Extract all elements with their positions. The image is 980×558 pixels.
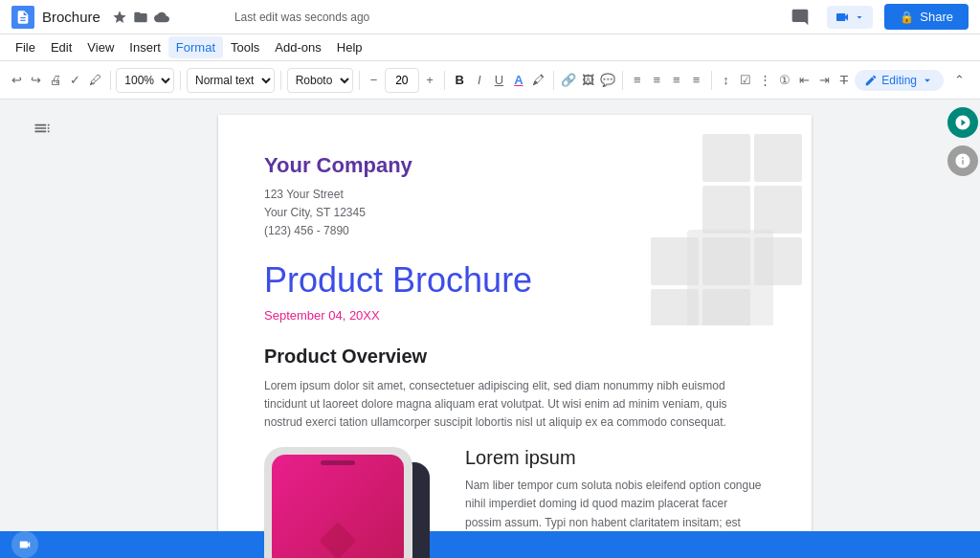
lorem-title: Lorem ipsum bbox=[465, 447, 766, 469]
last-edit-text: Last edit was seconds ago bbox=[234, 11, 369, 24]
decrease-font-button[interactable]: − bbox=[365, 67, 383, 94]
comment-button[interactable] bbox=[785, 2, 815, 33]
style-select[interactable]: Normal text bbox=[187, 68, 275, 93]
line-spacing-button[interactable]: ↕ bbox=[717, 67, 735, 94]
right-panel bbox=[946, 100, 980, 558]
font-size-input[interactable] bbox=[385, 68, 419, 93]
sidebar-outline-icon[interactable] bbox=[25, 111, 59, 145]
numbered-list-button[interactable]: ① bbox=[776, 67, 794, 94]
sidebar bbox=[0, 100, 84, 558]
bullet-list-button[interactable]: ⋮ bbox=[756, 67, 774, 94]
menu-edit[interactable]: Edit bbox=[43, 36, 79, 58]
bottom-bar bbox=[0, 531, 980, 558]
link-button[interactable]: 🔗 bbox=[559, 67, 577, 94]
folder-icon[interactable] bbox=[133, 10, 148, 25]
justify-button[interactable]: ≡ bbox=[687, 67, 705, 94]
align-left-button[interactable]: ≡ bbox=[629, 67, 647, 94]
menu-tools[interactable]: Tools bbox=[223, 36, 267, 58]
redo-button[interactable]: ↪ bbox=[28, 67, 46, 94]
lock-icon: 🔒 bbox=[900, 11, 914, 24]
share-button[interactable]: 🔒 Share bbox=[884, 4, 969, 30]
cloud-icon[interactable] bbox=[154, 10, 169, 25]
menu-format[interactable]: Format bbox=[168, 36, 223, 58]
highlight-button[interactable]: 🖍 bbox=[529, 67, 547, 94]
menu-insert[interactable]: Insert bbox=[122, 36, 168, 58]
editing-label: Editing bbox=[881, 74, 917, 87]
zoom-select[interactable]: 100% bbox=[116, 68, 174, 93]
indent-decrease-button[interactable]: ⇤ bbox=[795, 67, 813, 94]
section1-title: Product Overview bbox=[264, 346, 766, 368]
comment-inline-button[interactable]: 💬 bbox=[598, 67, 616, 94]
spellcheck-button[interactable]: ✓ bbox=[67, 67, 85, 94]
star-icon[interactable] bbox=[112, 10, 127, 25]
sep2 bbox=[180, 71, 181, 90]
title-bar: Brochure Last edit was seconds ago 🔒 Sha… bbox=[0, 0, 980, 34]
print-button[interactable]: 🖨 bbox=[47, 67, 65, 94]
color-button[interactable]: A bbox=[510, 67, 528, 94]
align-center-button[interactable]: ≡ bbox=[648, 67, 666, 94]
sep5 bbox=[444, 71, 445, 90]
title-actions bbox=[112, 10, 169, 25]
sep6 bbox=[553, 71, 554, 90]
sep7 bbox=[622, 71, 623, 90]
menu-view[interactable]: View bbox=[79, 36, 122, 58]
font-select[interactable]: Roboto bbox=[287, 68, 353, 93]
toolbar: ↩ ↪ 🖨 ✓ 🖊 100% Normal text Roboto − + B … bbox=[0, 61, 980, 100]
menu-addons[interactable]: Add-ons bbox=[267, 36, 328, 58]
explore-button[interactable] bbox=[947, 107, 978, 138]
main-layout: Your Company 123 Your Street Your City, … bbox=[0, 100, 980, 558]
video-call-button[interactable] bbox=[11, 531, 38, 558]
indent-increase-button[interactable]: ⇥ bbox=[815, 67, 834, 94]
bold-button[interactable]: B bbox=[451, 67, 469, 94]
phone-mockup bbox=[264, 447, 446, 558]
bg-shapes bbox=[639, 115, 812, 325]
meet-button[interactable] bbox=[827, 6, 873, 29]
increase-font-button[interactable]: + bbox=[421, 67, 439, 94]
menu-help[interactable]: Help bbox=[329, 36, 370, 58]
collapse-toolbar-button[interactable]: ⌃ bbox=[946, 67, 972, 94]
image-button[interactable]: 🖼 bbox=[579, 67, 597, 94]
section1-body: Lorem ipsum dolor sit amet, consectetuer… bbox=[264, 377, 766, 433]
assistant-button[interactable] bbox=[947, 145, 978, 176]
checklist-button[interactable]: ☑ bbox=[737, 67, 755, 94]
menu-bar: File Edit View Insert Format Tools Add-o… bbox=[0, 34, 980, 61]
underline-button[interactable]: U bbox=[490, 67, 508, 94]
sep8 bbox=[711, 71, 712, 90]
title-bar-right: 🔒 Share bbox=[785, 2, 969, 33]
undo-button[interactable]: ↩ bbox=[8, 67, 26, 94]
italic-button[interactable]: I bbox=[471, 67, 489, 94]
document: Your Company 123 Your Street Your City, … bbox=[218, 115, 812, 558]
editing-mode-button[interactable]: Editing bbox=[855, 70, 944, 91]
menu-file[interactable]: File bbox=[8, 36, 43, 58]
clear-format-button[interactable]: T̶ bbox=[835, 67, 854, 94]
toolbar-right: Editing ⌃ bbox=[855, 67, 972, 94]
app-icon bbox=[11, 6, 34, 29]
align-right-button[interactable]: ≡ bbox=[668, 67, 686, 94]
doc-area[interactable]: Your Company 123 Your Street Your City, … bbox=[84, 100, 946, 558]
sep1 bbox=[110, 71, 111, 90]
paint-format-button[interactable]: 🖊 bbox=[86, 67, 104, 94]
sep4 bbox=[359, 71, 360, 90]
sep3 bbox=[280, 71, 281, 90]
doc-title-bar: Brochure bbox=[42, 9, 100, 25]
